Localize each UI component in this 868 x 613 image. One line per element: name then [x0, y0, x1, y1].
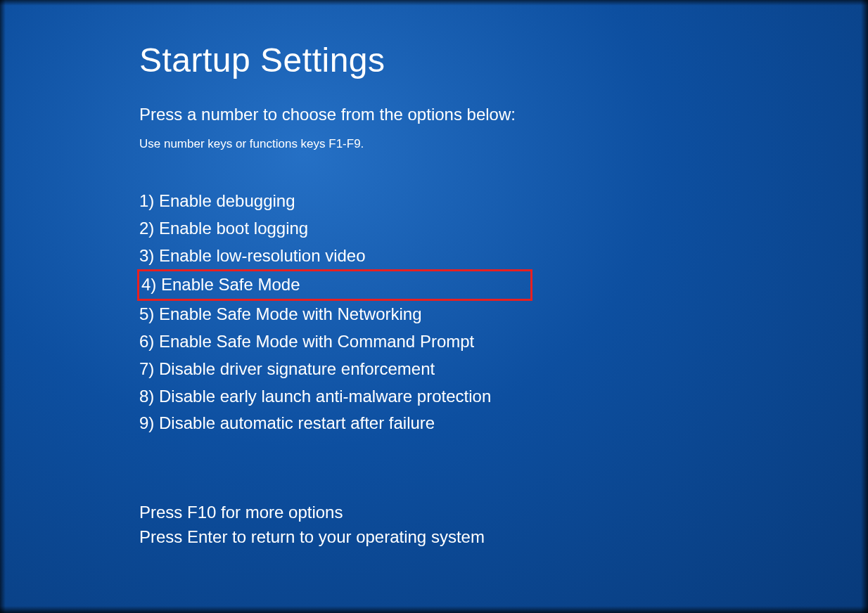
option-label: Disable driver signature enforcement	[159, 359, 435, 378]
options-list: 1) Enable debugging 2) Enable boot loggi…	[139, 188, 772, 437]
vignette-left	[0, 0, 6, 613]
option-label: Disable automatic restart after failure	[159, 413, 435, 432]
option-enable-safe-mode-command-prompt[interactable]: 6) Enable Safe Mode with Command Prompt	[139, 328, 772, 356]
option-enable-debugging[interactable]: 1) Enable debugging	[139, 188, 772, 215]
option-number: 9)	[139, 413, 154, 432]
page-title: Startup Settings	[139, 41, 772, 79]
option-number: 3)	[139, 246, 154, 265]
option-number: 1)	[139, 191, 154, 210]
instruction-subtitle: Press a number to choose from the option…	[139, 105, 772, 124]
vignette-top	[0, 0, 868, 6]
option-label: Enable Safe Mode with Command Prompt	[159, 332, 474, 351]
option-number: 8)	[139, 387, 154, 406]
vignette-right	[861, 0, 868, 613]
key-hint: Use number keys or functions keys F1-F9.	[139, 137, 772, 151]
option-disable-early-launch-anti-malware[interactable]: 8) Disable early launch anti-malware pro…	[139, 383, 772, 411]
option-number: 4)	[141, 275, 156, 294]
option-label: Enable low-resolution video	[159, 246, 366, 265]
vignette-bottom	[0, 606, 868, 613]
startup-settings-screen: Startup Settings Press a number to choos…	[139, 41, 772, 550]
option-number: 6)	[139, 332, 154, 351]
option-label: Enable debugging	[159, 191, 295, 210]
option-label: Enable Safe Mode	[161, 275, 300, 294]
footer-more-options: Press F10 for more options	[139, 501, 772, 525]
option-enable-safe-mode-networking[interactable]: 5) Enable Safe Mode with Networking	[139, 301, 772, 328]
option-enable-safe-mode[interactable]: 4) Enable Safe Mode	[137, 269, 532, 301]
option-label: Disable early launch anti-malware protec…	[159, 387, 491, 406]
option-enable-boot-logging[interactable]: 2) Enable boot logging	[139, 215, 772, 243]
option-enable-low-resolution-video[interactable]: 3) Enable low-resolution video	[139, 243, 772, 270]
option-number: 2)	[139, 219, 154, 238]
option-label: Enable Safe Mode with Networking	[159, 304, 422, 323]
option-number: 7)	[139, 359, 154, 378]
option-number: 5)	[139, 304, 154, 323]
option-disable-automatic-restart[interactable]: 9) Disable automatic restart after failu…	[139, 410, 772, 437]
option-label: Enable boot logging	[159, 219, 308, 238]
footer-return: Press Enter to return to your operating …	[139, 525, 772, 550]
option-disable-driver-signature-enforcement[interactable]: 7) Disable driver signature enforcement	[139, 356, 772, 383]
